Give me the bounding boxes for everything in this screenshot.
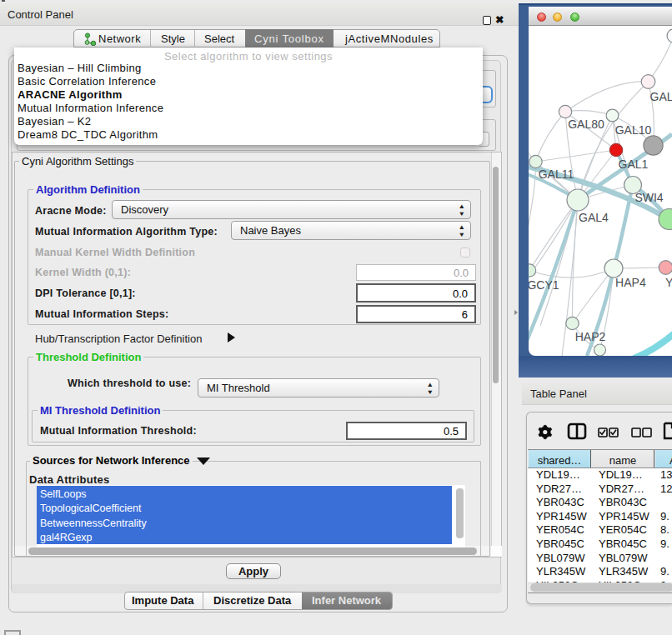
svg-text:GAL4: GAL4 bbox=[579, 211, 609, 224]
svg-text:GAL7: GAL7 bbox=[650, 90, 672, 103]
svg-text:HAP4: HAP4 bbox=[615, 276, 646, 289]
svg-text:GAL80: GAL80 bbox=[568, 118, 604, 131]
svg-text:GCY1: GCY1 bbox=[529, 278, 559, 292]
svg-text:GAL1: GAL1 bbox=[619, 158, 649, 171]
svg-text:GAL10: GAL10 bbox=[615, 123, 652, 137]
svg-text:GAL11: GAL11 bbox=[539, 168, 574, 181]
svg-text:YM: YM bbox=[665, 276, 672, 289]
svg-text:SWI4: SWI4 bbox=[634, 191, 663, 204]
svg-text:HAP2: HAP2 bbox=[575, 330, 606, 343]
